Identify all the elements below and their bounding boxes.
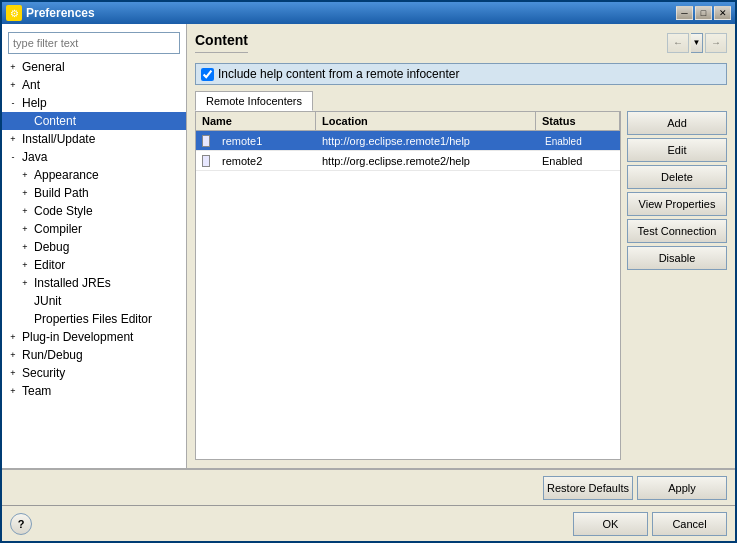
view-properties-button[interactable]: View Properties [627, 192, 727, 216]
filter-input[interactable] [8, 32, 180, 54]
expander-run-debug[interactable] [6, 348, 20, 362]
back-button[interactable]: ← [667, 33, 689, 53]
expander-general[interactable] [6, 60, 20, 74]
tree-label-run-debug: Run/Debug [22, 348, 83, 362]
expander-editor[interactable] [18, 258, 32, 272]
sidebar-item-java[interactable]: Java [2, 148, 186, 166]
sidebar-item-ant[interactable]: Ant [2, 76, 186, 94]
sidebar-item-general[interactable]: General [2, 58, 186, 76]
title-buttons: ─ □ ✕ [676, 6, 731, 20]
expander-debug[interactable] [18, 240, 32, 254]
tree-label-build-path: Build Path [34, 186, 89, 200]
tree-label-team: Team [22, 384, 51, 398]
disable-button[interactable]: Disable [627, 246, 727, 270]
table-container: Name Location Status remote1http://org.e… [195, 111, 621, 460]
sidebar-item-debug[interactable]: Debug [2, 238, 186, 256]
expander-install-update[interactable] [6, 132, 20, 146]
expander-junit[interactable] [18, 294, 32, 308]
cell-status: Enabled [536, 153, 620, 169]
back-dropdown[interactable]: ▼ [691, 33, 703, 53]
tree-label-debug: Debug [34, 240, 69, 254]
edit-button[interactable]: Edit [627, 138, 727, 162]
expander-build-path[interactable] [18, 186, 32, 200]
expander-help[interactable] [6, 96, 20, 110]
test-connection-button[interactable]: Test Connection [627, 219, 727, 243]
sidebar-item-help[interactable]: Help [2, 94, 186, 112]
tree-label-help: Help [22, 96, 47, 110]
tree-label-installed-jres: Installed JREs [34, 276, 111, 290]
expander-java[interactable] [6, 150, 20, 164]
close-button[interactable]: ✕ [714, 6, 731, 20]
bottom-bar: Restore Defaults Apply [2, 469, 735, 505]
sidebar-item-junit[interactable]: JUnit [2, 292, 186, 310]
footer-left: ? [10, 513, 32, 535]
row-icon [202, 155, 210, 167]
tree-label-props-files: Properties Files Editor [34, 312, 152, 326]
sidebar-item-code-style[interactable]: Code Style [2, 202, 186, 220]
expander-content[interactable] [18, 114, 32, 128]
window-body: GeneralAntHelpContentInstall/UpdateJavaA… [2, 24, 735, 541]
table-row[interactable]: remote2http://org.eclipse.remote2/helpEn… [196, 151, 620, 171]
sidebar-item-props-files[interactable]: Properties Files Editor [2, 310, 186, 328]
include-label: Include help content from a remote infoc… [218, 67, 459, 81]
expander-team[interactable] [6, 384, 20, 398]
dialog-footer: ? OK Cancel [2, 505, 735, 541]
sidebar-item-compiler[interactable]: Compiler [2, 220, 186, 238]
window-title: Preferences [26, 6, 95, 20]
apply-button[interactable]: Apply [637, 476, 727, 500]
sidebar-item-security[interactable]: Security [2, 364, 186, 382]
panel-nav: ← ▼ → [667, 33, 727, 53]
sidebar-item-plugin-dev[interactable]: Plug-in Development [2, 328, 186, 346]
sidebar-item-content[interactable]: Content [2, 112, 186, 130]
tree-label-plugin-dev: Plug-in Development [22, 330, 133, 344]
maximize-button[interactable]: □ [695, 6, 712, 20]
sidebar-item-installed-jres[interactable]: Installed JREs [2, 274, 186, 292]
tab-remote-infocenters[interactable]: Remote Infocenters [195, 91, 313, 111]
cancel-button[interactable]: Cancel [652, 512, 727, 536]
table-row[interactable]: remote1http://org.eclipse.remote1/helpEn… [196, 131, 620, 151]
table-header: Name Location Status [196, 112, 620, 131]
footer-right: OK Cancel [573, 512, 727, 536]
minimize-button[interactable]: ─ [676, 6, 693, 20]
tab-and-table: Remote Infocenters Name Location Status … [195, 91, 727, 460]
col-status: Status [536, 112, 620, 130]
sidebar-item-editor[interactable]: Editor [2, 256, 186, 274]
forward-button[interactable]: → [705, 33, 727, 53]
expander-appearance[interactable] [18, 168, 32, 182]
bottom-right: Restore Defaults Apply [543, 476, 727, 500]
tree-label-junit: JUnit [34, 294, 61, 308]
tree-label-security: Security [22, 366, 65, 380]
tree-label-java: Java [22, 150, 47, 164]
tree-label-appearance: Appearance [34, 168, 99, 182]
sidebar-item-install-update[interactable]: Install/Update [2, 130, 186, 148]
expander-plugin-dev[interactable] [6, 330, 20, 344]
tree-label-compiler: Compiler [34, 222, 82, 236]
cell-name: remote1 [216, 133, 316, 149]
expander-installed-jres[interactable] [18, 276, 32, 290]
add-button[interactable]: Add [627, 111, 727, 135]
expander-code-style[interactable] [18, 204, 32, 218]
title-bar: ⚙ Preferences ─ □ ✕ [2, 2, 735, 24]
include-checkbox-row: Include help content from a remote infoc… [195, 63, 727, 85]
tab-content: Name Location Status remote1http://org.e… [195, 111, 727, 460]
ok-button[interactable]: OK [573, 512, 648, 536]
sidebar-item-team[interactable]: Team [2, 382, 186, 400]
main-content: GeneralAntHelpContentInstall/UpdateJavaA… [2, 24, 735, 469]
tree-label-ant: Ant [22, 78, 40, 92]
sidebar-item-build-path[interactable]: Build Path [2, 184, 186, 202]
help-button[interactable]: ? [10, 513, 32, 535]
tree-label-code-style: Code Style [34, 204, 93, 218]
expander-props-files[interactable] [18, 312, 32, 326]
expander-compiler[interactable] [18, 222, 32, 236]
expander-ant[interactable] [6, 78, 20, 92]
row-icon [202, 135, 210, 147]
delete-button[interactable]: Delete [627, 165, 727, 189]
tree-label-editor: Editor [34, 258, 65, 272]
preferences-window: ⚙ Preferences ─ □ ✕ GeneralAntHelpConten… [0, 0, 737, 543]
sidebar-item-appearance[interactable]: Appearance [2, 166, 186, 184]
include-checkbox[interactable] [201, 68, 214, 81]
expander-security[interactable] [6, 366, 20, 380]
sidebar-item-run-debug[interactable]: Run/Debug [2, 346, 186, 364]
tree-label-general: General [22, 60, 65, 74]
restore-defaults-button[interactable]: Restore Defaults [543, 476, 633, 500]
